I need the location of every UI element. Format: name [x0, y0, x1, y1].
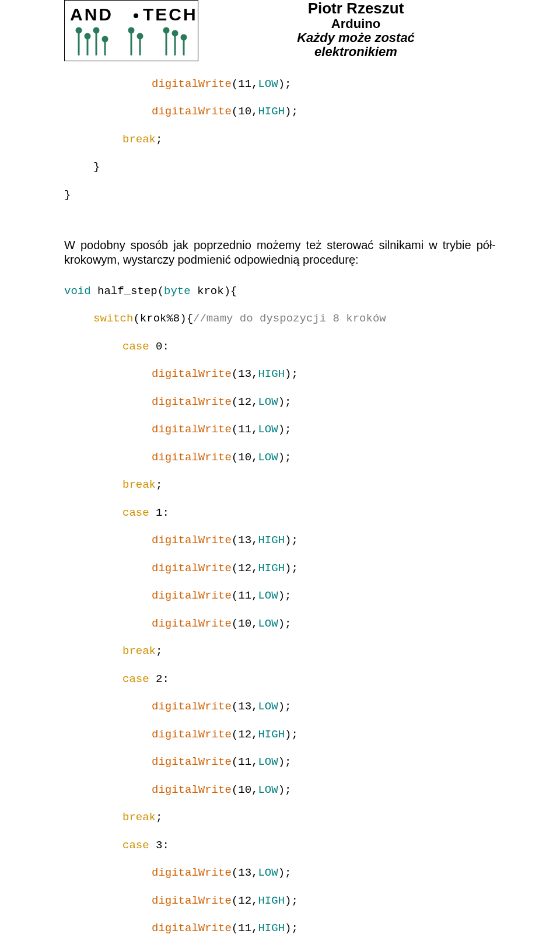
- code-break: break;: [64, 645, 496, 659]
- svg-point-8: [94, 28, 99, 33]
- code-token: (10,: [232, 105, 258, 118]
- page-header: AND TECH Piotr Rzeszut Arduino: [64, 0, 496, 61]
- code-token: void: [64, 285, 91, 298]
- code-token: krok){: [191, 285, 237, 298]
- code-dw-line: digitalWrite(10,LOW);: [64, 451, 496, 465]
- code-case-label: case 1:: [64, 506, 496, 520]
- code-token: }: [93, 160, 100, 173]
- code-dw-line: digitalWrite(12,HIGH);: [64, 894, 496, 908]
- svg-point-14: [138, 34, 142, 39]
- svg-point-1: [134, 13, 138, 18]
- code-dw-line: digitalWrite(10,LOW);: [64, 783, 496, 797]
- header-line1: Arduino: [216, 17, 496, 31]
- svg-text:AND: AND: [70, 5, 113, 24]
- code-token: );: [285, 105, 298, 118]
- code-token: );: [278, 78, 292, 90]
- code-token: HIGH: [258, 105, 285, 118]
- code-token: half_step(: [91, 285, 164, 298]
- code-break: break;: [64, 811, 496, 825]
- code-token: }: [64, 188, 71, 201]
- header-line2: Każdy może zostać: [216, 31, 496, 45]
- code-dw-line: digitalWrite(13,HIGH);: [64, 534, 496, 548]
- code-token: (krok%8){: [133, 312, 193, 325]
- document-page: AND TECH Piotr Rzeszut Arduino: [0, 0, 560, 948]
- code-token: (11,: [232, 78, 258, 90]
- code-dw-line: digitalWrite(13,HIGH);: [64, 368, 496, 382]
- code-dw-line: digitalWrite(11,LOW);: [64, 589, 496, 603]
- code-token: byte: [164, 285, 191, 298]
- header-author: Piotr Rzeszut: [216, 0, 496, 17]
- code-dw-line: digitalWrite(10,LOW);: [64, 617, 496, 631]
- code-case-label: case 0:: [64, 340, 496, 354]
- svg-point-16: [164, 28, 169, 33]
- svg-point-12: [129, 28, 134, 33]
- andtech-logo-icon: AND TECH: [67, 3, 195, 58]
- svg-point-18: [173, 31, 177, 36]
- code-comment: //mamy do dyspozycji 8 kroków: [193, 312, 386, 325]
- code-dw-line: digitalWrite(12,LOW);: [64, 396, 496, 410]
- code-dw-line: digitalWrite(13,LOW);: [64, 700, 496, 714]
- code-dw-line: digitalWrite(13,LOW);: [64, 866, 496, 880]
- svg-point-6: [85, 34, 90, 39]
- code-case-label: case 3:: [64, 839, 496, 853]
- intro-paragraph: W podobny sposób jak poprzednio możemy t…: [64, 238, 496, 267]
- code-dw-line: digitalWrite(11,LOW);: [64, 423, 496, 437]
- svg-text:TECH: TECH: [143, 5, 195, 24]
- code-token: ;: [156, 133, 162, 146]
- code-snippet-2: void half_step(byte krok){ switch(krok%8…: [64, 271, 496, 948]
- svg-point-20: [181, 35, 186, 40]
- code-token: switch: [93, 312, 133, 325]
- code-dw-line: digitalWrite(12,HIGH);: [64, 728, 496, 742]
- code-case-label: case 2:: [64, 673, 496, 687]
- code-token: break: [123, 133, 156, 146]
- code-dw-line: digitalWrite(11,HIGH);: [64, 922, 496, 936]
- header-line3: elektronikiem: [216, 45, 496, 59]
- header-text-block: Piotr Rzeszut Arduino Każdy może zostać …: [216, 0, 496, 59]
- code-token: digitalWrite: [152, 105, 232, 118]
- code-dw-line: digitalWrite(11,LOW);: [64, 755, 496, 769]
- svg-point-10: [103, 37, 107, 41]
- code-dw-line: digitalWrite(12,HIGH);: [64, 562, 496, 576]
- code-token: digitalWrite: [152, 78, 232, 90]
- svg-point-4: [76, 28, 81, 33]
- code-snippet-1: digitalWrite(11,LOW); digitalWrite(10,HI…: [64, 64, 496, 230]
- code-token: LOW: [258, 78, 278, 90]
- code-break: break;: [64, 478, 496, 492]
- logo: AND TECH: [64, 0, 198, 61]
